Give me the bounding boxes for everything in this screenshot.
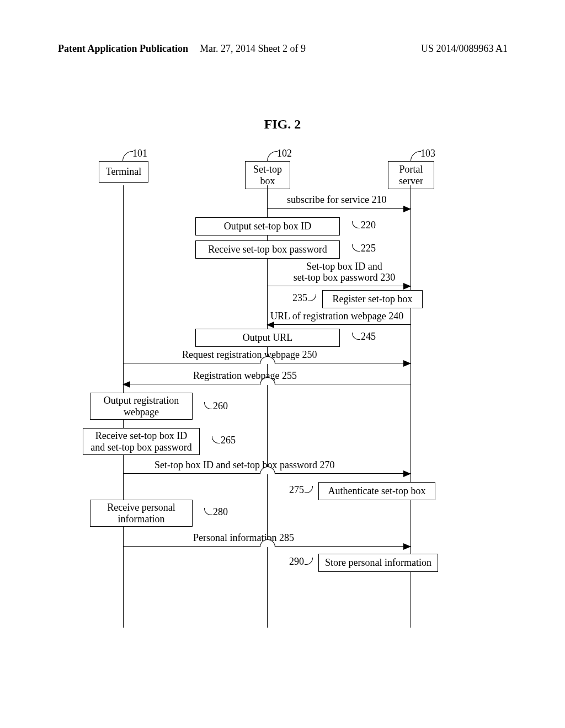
step-output-reg-webpage: Output registration webpage: [90, 393, 193, 420]
actor-portalserver: Portal server: [388, 161, 434, 189]
arrow-240: [267, 324, 411, 325]
step-store-personal-info: Store personal information: [318, 554, 438, 572]
msg-subscribe: subscribe for service 210: [287, 195, 386, 206]
actor-tag-portalserver: 103: [420, 148, 435, 159]
msg-230-line2: set-top box password 230: [294, 272, 395, 283]
arrow-230: [267, 286, 411, 286]
step-output-stb-id: Output set-top box ID: [195, 217, 340, 235]
figure-title: FIG. 2: [0, 117, 565, 132]
actor-tag-terminal: 101: [132, 148, 147, 159]
ref-265: 265: [221, 435, 236, 446]
ref-280: 280: [213, 506, 228, 518]
header-center: Mar. 27, 2014 Sheet 2 of 9: [200, 43, 306, 55]
step-output-url: Output URL: [195, 329, 340, 347]
actor-terminal: Terminal: [99, 161, 148, 183]
ref-235: 235: [292, 292, 307, 304]
step-receive-stb-id-pw: Receive set-top box ID and set-top box p…: [83, 428, 200, 455]
sequence-diagram: 101 102 103 Terminal Set-top box Portal …: [83, 148, 480, 628]
arrow-210: [267, 208, 411, 209]
ref-260: 260: [213, 400, 228, 412]
msg-personal-info: Personal information 285: [193, 533, 294, 544]
ref-275: 275: [289, 484, 304, 496]
msg-230-line1: Set-top box ID and: [306, 261, 382, 272]
actor-tag-settopbox: 102: [277, 148, 292, 159]
ref-245: 245: [361, 331, 376, 342]
step-receive-stb-password: Receive set-top box password: [195, 240, 340, 259]
header-left: Patent Application Publication: [58, 43, 188, 55]
step-register-stb: Register set-top box: [322, 290, 423, 308]
ref-290: 290: [289, 556, 304, 568]
step-authenticate-stb: Authenticate set-top box: [318, 482, 435, 500]
msg-reg-webpage: Registration webpage 255: [193, 371, 297, 382]
msg-request-reg-page: Request registration webpage 250: [182, 350, 317, 361]
msg-url-reg: URL of registration webpage 240: [270, 311, 403, 322]
actor-settopbox: Set-top box: [245, 161, 290, 189]
msg-stb-id-pw-270: Set-top box ID and set-top box password …: [154, 460, 334, 471]
header-right: US 2014/0089963 A1: [421, 43, 508, 55]
msg-stb-id-pw: Set-top box ID and set-top box password …: [279, 261, 410, 283]
ref-225: 225: [361, 243, 376, 254]
step-receive-personal-info: Receive personal information: [90, 500, 193, 527]
ref-220: 220: [361, 220, 376, 231]
